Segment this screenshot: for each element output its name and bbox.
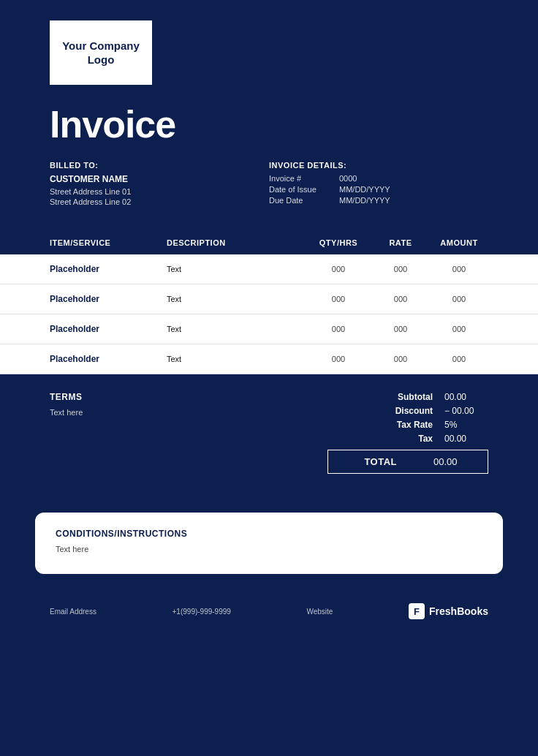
freshbooks-icon: F [409, 603, 425, 619]
th-item: ITEM/SERVICE [50, 238, 167, 247]
row2-amount: 000 [430, 295, 488, 303]
discount-row: Discount − 00.00 [327, 406, 488, 416]
th-description: DESCRIPTION [167, 238, 306, 247]
table-row: Placeholder Text 000 000 000 [0, 314, 538, 344]
freshbooks-brand: F FreshBooks [409, 603, 488, 619]
row1-qty: 000 [306, 265, 371, 273]
footer-phone: +1(999)-999-9999 [173, 608, 231, 616]
row3-desc: Text [167, 325, 306, 333]
th-qty: QTY/HRS [306, 238, 371, 247]
address-line-1: Street Address Line 01 [50, 187, 269, 196]
row1-amount: 000 [430, 265, 488, 273]
terms-block: TERMS Text here [50, 392, 327, 417]
invoice-title-section: Invoice [0, 85, 538, 146]
row4-amount: 000 [430, 355, 488, 363]
row4-rate: 000 [371, 355, 430, 363]
table-row: Placeholder Text 000 000 000 [0, 284, 538, 314]
address-line-2: Street Address Line 02 [50, 197, 269, 206]
conditions-label: CONDITIONS/INSTRUCTIONS [56, 529, 482, 539]
invoice-num-row: Invoice # 0000 [269, 174, 488, 183]
bottom-bar: Email Address +1(999)-999-9999 Website F… [0, 591, 538, 631]
logo-text: Your Company Logo [50, 39, 152, 67]
invoice-details-label: INVOICE DETAILS: [269, 161, 488, 170]
row3-rate: 000 [371, 325, 430, 333]
tax-val: 00.00 [444, 434, 488, 444]
total-val: 00.00 [433, 456, 477, 467]
due-date-val: MM/DD/YYYY [339, 196, 390, 205]
due-date-key: Due Date [269, 196, 327, 205]
invoice-table: ITEM/SERVICE DESCRIPTION QTY/HRS RATE AM… [0, 231, 538, 374]
subtotal-row: Subtotal 00.00 [327, 392, 488, 402]
terms-text: Text here [50, 408, 327, 417]
invoice-num-val: 0000 [339, 174, 357, 183]
row4-qty: 000 [306, 355, 371, 363]
date-issue-row: Date of Issue MM/DD/YYYY [269, 185, 488, 194]
table-row: Placeholder Text 000 000 000 [0, 344, 538, 374]
row2-rate: 000 [371, 295, 430, 303]
row1-rate: 000 [371, 265, 430, 273]
grand-total-row: TOTAL 00.00 [327, 450, 488, 474]
date-issue-val: MM/DD/YYYY [339, 185, 390, 194]
discount-key: Discount [374, 406, 433, 416]
row2-item: Placeholder [50, 294, 167, 304]
invoice-details-block: INVOICE DETAILS: Invoice # 0000 Date of … [269, 161, 488, 208]
tax-key: Tax [374, 434, 433, 444]
header: Your Company Logo [0, 0, 538, 85]
footer-website: Website [306, 608, 333, 616]
discount-val: − 00.00 [444, 406, 488, 416]
totals-block: Subtotal 00.00 Discount − 00.00 Tax Rate… [327, 392, 488, 477]
table-header-row: ITEM/SERVICE DESCRIPTION QTY/HRS RATE AM… [0, 231, 538, 254]
tax-rate-val: 5% [444, 420, 488, 430]
logo-box: Your Company Logo [50, 20, 152, 85]
th-amount: AMOUNT [430, 238, 488, 247]
tax-rate-key: Tax Rate [374, 420, 433, 430]
tax-row: Tax 00.00 [327, 434, 488, 444]
row2-desc: Text [167, 295, 306, 303]
th-rate: RATE [371, 238, 430, 247]
conditions-box: CONDITIONS/INSTRUCTIONS Text here [35, 513, 503, 574]
billing-section: BILLED TO: CUSTOMER NAME Street Address … [0, 146, 538, 208]
row2-qty: 000 [306, 295, 371, 303]
date-issue-key: Date of Issue [269, 185, 327, 194]
row4-desc: Text [167, 355, 306, 363]
customer-name: CUSTOMER NAME [50, 174, 269, 184]
invoice-num-key: Invoice # [269, 174, 327, 183]
subtotal-key: Subtotal [374, 392, 433, 402]
row1-item: Placeholder [50, 264, 167, 274]
footer-terms-totals: TERMS Text here Subtotal 00.00 Discount … [0, 374, 538, 495]
terms-label: TERMS [50, 392, 327, 402]
row3-qty: 000 [306, 325, 371, 333]
total-key: TOTAL [338, 456, 397, 467]
row3-amount: 000 [430, 325, 488, 333]
billed-to-block: BILLED TO: CUSTOMER NAME Street Address … [50, 161, 269, 208]
freshbooks-name: FreshBooks [429, 605, 488, 617]
invoice-heading: Invoice [50, 102, 488, 146]
row4-item: Placeholder [50, 354, 167, 364]
tax-rate-row: Tax Rate 5% [327, 420, 488, 430]
due-date-row: Due Date MM/DD/YYYY [269, 196, 488, 205]
table-row: Placeholder Text 000 000 000 [0, 254, 538, 284]
row1-desc: Text [167, 265, 306, 273]
conditions-text: Text here [56, 545, 482, 553]
row3-item: Placeholder [50, 324, 167, 334]
billed-to-label: BILLED TO: [50, 161, 269, 170]
subtotal-val: 00.00 [444, 392, 488, 402]
footer-email: Email Address [50, 608, 96, 616]
